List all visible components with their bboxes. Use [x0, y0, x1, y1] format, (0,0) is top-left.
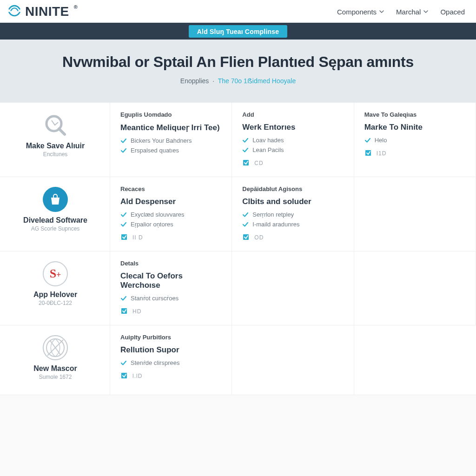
chevron-down-icon: [423, 9, 428, 14]
feature-label: Serŗrlon retpley: [252, 211, 294, 218]
feature-item: Exyclæd slouvvares: [120, 211, 222, 218]
nav-label: Opaced: [440, 8, 465, 16]
card-eyebrow: Add: [242, 111, 344, 118]
category-subtitle: Sumole 1672: [39, 374, 72, 380]
separator: ·: [212, 77, 214, 85]
badge[interactable]: II D: [120, 232, 222, 243]
badge-label: HD: [132, 308, 141, 315]
feature-label: Exyclæd slouvvares: [131, 211, 185, 218]
cube-icon: [242, 158, 251, 168]
category-subtitle: 20-0ÐLC-122: [39, 300, 72, 306]
badge[interactable]: I1D: [364, 148, 466, 159]
cube-icon: [364, 148, 373, 159]
chevron-down-icon: [379, 9, 384, 14]
header-pill[interactable]: Ald Sluŋ Tueaı Complinse: [189, 25, 287, 38]
badge-label: OD: [254, 234, 264, 241]
feature-list: Bickers Your BahdnersErspalsed quatıes: [120, 137, 222, 154]
feature-list: Loav hadesLean Pacils: [242, 137, 344, 153]
card-title: Meantice Meliqueṛ Irri Tee): [120, 123, 222, 132]
category-tile[interactable]: S+ App Helover 20-0ÐLC-122: [0, 251, 110, 325]
feature-item: Helo: [364, 137, 466, 144]
feature-item: Erspalsed quatıes: [120, 147, 222, 154]
nav-opaced[interactable]: Opaced: [440, 8, 465, 16]
feature-label: Loav hades: [252, 137, 284, 144]
content-card: [354, 177, 476, 251]
category-tile[interactable]: Divelead Software AG Scorle Supnces: [0, 177, 110, 251]
category-title: Divelead Software: [23, 216, 87, 225]
card-title: Clecal To Oefors Werchoıse: [120, 271, 222, 290]
card-title: Werk Entorıes: [242, 123, 344, 132]
feature-label: Eŗpalior oņtores: [131, 221, 173, 228]
content-card: Detals Clecal To Oefors Werchoıse Stanṙo…: [110, 251, 232, 325]
badge-label: II D: [132, 234, 143, 241]
card-eyebrow: Mave To Galeqiıas: [364, 111, 466, 118]
feature-label: Stenṙde clirsprees: [131, 359, 179, 366]
feature-item: Bickers Your Bahdners: [120, 137, 222, 144]
feature-item: Stanṙot cursсṙoes: [120, 295, 222, 302]
trademark: ®: [74, 4, 78, 10]
content-card: [232, 251, 354, 325]
feature-label: I-maild aradunres: [252, 221, 299, 228]
category-title: New Mascor: [33, 364, 77, 373]
top-nav: NINITE ® Components Marchal Opaced: [0, 0, 476, 23]
badge[interactable]: l.lD: [120, 371, 222, 381]
feature-list: Exyclæd slouvvaresEŗpalior oņtores: [120, 211, 222, 228]
bag-icon: [42, 186, 68, 212]
nav-label: Components: [337, 8, 377, 16]
hero: Nvwmibal or Sptail An Flien Plantıed Sęp…: [0, 40, 476, 102]
category-title: App Helover: [33, 291, 77, 299]
card-eyebrow: Eguplis Uomdado: [120, 111, 222, 118]
content-card: [354, 251, 476, 325]
globe-icon: [42, 335, 68, 361]
nav-components[interactable]: Components: [337, 8, 384, 16]
feature-label: Stanṙot cursсṙoes: [131, 295, 178, 302]
feature-item: Stenṙde clirsprees: [120, 359, 222, 366]
svg-line-1: [59, 129, 65, 134]
card-eyebrow: Auiplty Purbitlors: [120, 334, 222, 341]
feature-item: Eŗpalior oņtores: [120, 221, 222, 228]
brand-name: NINITE: [25, 4, 69, 19]
cube-icon: [120, 232, 129, 243]
badge[interactable]: OD: [242, 232, 344, 243]
card-eyebrow: Depāidablut Agisons: [242, 185, 344, 192]
content-card: [354, 325, 476, 395]
cube-icon: [120, 306, 129, 317]
category-subtitle: AG Scorle Supnces: [31, 225, 80, 232]
feature-list: Stenṙde clirsprees: [120, 359, 222, 366]
feature-list: Stanṙot cursсṙoes: [120, 295, 222, 302]
hero-sub-link[interactable]: The 70o 1ẞidmed Hooyale: [218, 77, 296, 85]
cube-icon: [120, 371, 129, 381]
category-tile[interactable]: New Mascor Sumole 1672: [0, 325, 110, 395]
hero-subtitle: Enopplies · The 70o 1ẞidmed Hooyale: [19, 77, 457, 85]
feature-list: Serŗrlon retpleyI-maild aradunres: [242, 211, 344, 228]
nav-marchal[interactable]: Marchal: [396, 8, 428, 16]
brand[interactable]: NINITE ®: [7, 4, 78, 20]
badge[interactable]: CD: [242, 158, 344, 168]
header-strip: Ald Sluŋ Tueaı Complinse: [0, 23, 476, 40]
feature-item: Lean Pacils: [242, 146, 344, 153]
badge-label: I1D: [377, 150, 387, 157]
feature-item: I-maild aradunres: [242, 221, 344, 228]
card-title: Clbits and soluder: [242, 197, 344, 206]
category-tile[interactable]: Make Save Alıuir Encltunes: [0, 103, 110, 177]
content-card: Depāidablut Agisons Clbits and soluder S…: [232, 177, 354, 251]
category-title: Make Save Alıuir: [26, 142, 85, 150]
content-card: Recaces Ald Despenser Exyclæd slouvvares…: [110, 177, 232, 251]
card-title: Rellution Supor: [120, 345, 222, 355]
category-grid: Make Save Alıuir Encltunes Eguplis Uomda…: [0, 102, 476, 395]
content-card: Eguplis Uomdado Meantice Meliqueṛ Irri T…: [110, 103, 232, 177]
swirl-icon: [7, 4, 21, 20]
card-eyebrow: Detals: [120, 260, 222, 267]
magnify-icon: [42, 112, 68, 138]
hero-sub-prefix: Enopplies: [180, 77, 209, 85]
card-title: Ald Despenser: [120, 197, 222, 206]
content-card: [232, 325, 354, 395]
feature-list: Helo: [364, 137, 466, 144]
badge[interactable]: HD: [120, 306, 222, 317]
pill-label: Ald Sluŋ Tueaı Complinse: [197, 28, 279, 35]
content-card: Mave To Galeqiıas Marke To Ninite Helo I…: [354, 103, 476, 177]
category-subtitle: Encltunes: [43, 151, 68, 158]
feature-item: Loav hades: [242, 137, 344, 144]
badge-label: CD: [254, 160, 263, 166]
nav-label: Marchal: [396, 8, 421, 16]
